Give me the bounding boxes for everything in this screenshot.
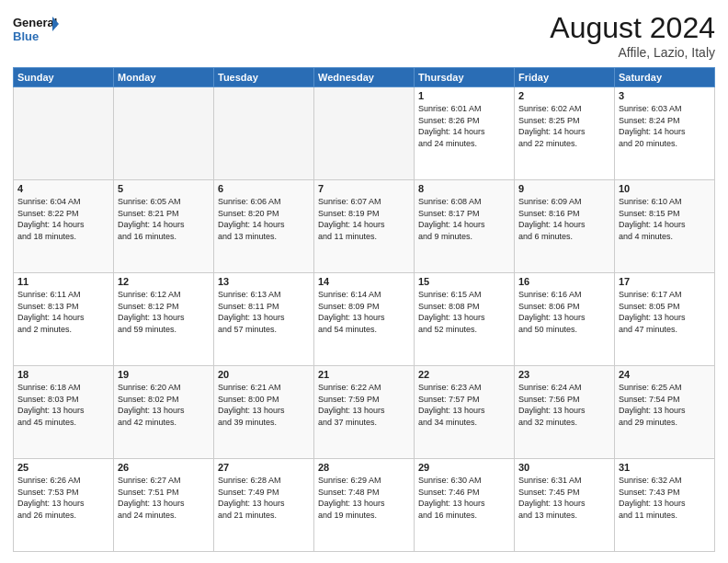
- calendar-week-4: 18Sunrise: 6:18 AM Sunset: 8:03 PM Dayli…: [14, 366, 715, 459]
- day-number: 14: [318, 276, 410, 287]
- day-number: 2: [518, 90, 610, 101]
- calendar-cell: 29Sunrise: 6:30 AM Sunset: 7:46 PM Dayli…: [415, 459, 515, 552]
- day-detail: Sunrise: 6:05 AM Sunset: 8:21 PM Dayligh…: [118, 196, 210, 242]
- day-number: 29: [418, 462, 510, 473]
- calendar-cell: 15Sunrise: 6:15 AM Sunset: 8:08 PM Dayli…: [415, 273, 515, 366]
- calendar-cell: 24Sunrise: 6:25 AM Sunset: 7:54 PM Dayli…: [615, 366, 715, 459]
- day-number: 4: [17, 183, 109, 194]
- weekday-header-saturday: Saturday: [615, 68, 715, 87]
- subtitle: Affile, Lazio, Italy: [550, 45, 715, 60]
- day-number: 3: [619, 90, 711, 101]
- day-number: 21: [318, 369, 410, 380]
- calendar-cell: 23Sunrise: 6:24 AM Sunset: 7:56 PM Dayli…: [515, 366, 615, 459]
- day-number: 1: [418, 90, 510, 101]
- weekday-header-wednesday: Wednesday: [314, 68, 415, 87]
- day-number: 17: [619, 276, 711, 287]
- header: General Blue August 2024 Affile, Lazio, …: [13, 11, 715, 60]
- calendar-cell: 11Sunrise: 6:11 AM Sunset: 8:13 PM Dayli…: [14, 273, 114, 366]
- day-number: 12: [118, 276, 210, 287]
- calendar-cell: 22Sunrise: 6:23 AM Sunset: 7:57 PM Dayli…: [415, 366, 515, 459]
- calendar-cell: [214, 87, 314, 180]
- day-detail: Sunrise: 6:30 AM Sunset: 7:46 PM Dayligh…: [418, 475, 510, 521]
- day-number: 7: [318, 183, 410, 194]
- svg-text:General: General: [13, 16, 57, 29]
- calendar-cell: 7Sunrise: 6:07 AM Sunset: 8:19 PM Daylig…: [314, 180, 415, 273]
- day-number: 10: [619, 183, 711, 194]
- weekday-header-friday: Friday: [515, 68, 615, 87]
- day-detail: Sunrise: 6:14 AM Sunset: 8:09 PM Dayligh…: [318, 289, 410, 335]
- main-title: August 2024: [550, 11, 715, 45]
- weekday-header-tuesday: Tuesday: [214, 68, 314, 87]
- calendar-cell: 2Sunrise: 6:02 AM Sunset: 8:25 PM Daylig…: [515, 87, 615, 180]
- day-number: 24: [619, 369, 711, 380]
- day-number: 27: [218, 462, 310, 473]
- calendar-cell: 17Sunrise: 6:17 AM Sunset: 8:05 PM Dayli…: [615, 273, 715, 366]
- day-detail: Sunrise: 6:13 AM Sunset: 8:11 PM Dayligh…: [218, 289, 310, 335]
- calendar-cell: [14, 87, 114, 180]
- day-detail: Sunrise: 6:16 AM Sunset: 8:06 PM Dayligh…: [518, 289, 610, 335]
- day-detail: Sunrise: 6:08 AM Sunset: 8:17 PM Dayligh…: [418, 196, 510, 242]
- day-detail: Sunrise: 6:25 AM Sunset: 7:54 PM Dayligh…: [619, 382, 711, 428]
- calendar-header-row: SundayMondayTuesdayWednesdayThursdayFrid…: [14, 68, 715, 87]
- day-number: 23: [518, 369, 610, 380]
- calendar-cell: 21Sunrise: 6:22 AM Sunset: 7:59 PM Dayli…: [314, 366, 415, 459]
- calendar-cell: 12Sunrise: 6:12 AM Sunset: 8:12 PM Dayli…: [114, 273, 214, 366]
- day-detail: Sunrise: 6:20 AM Sunset: 8:02 PM Dayligh…: [118, 382, 210, 428]
- calendar-cell: 30Sunrise: 6:31 AM Sunset: 7:45 PM Dayli…: [515, 459, 615, 552]
- day-number: 28: [318, 462, 410, 473]
- day-detail: Sunrise: 6:18 AM Sunset: 8:03 PM Dayligh…: [17, 382, 109, 428]
- calendar-cell: 6Sunrise: 6:06 AM Sunset: 8:20 PM Daylig…: [214, 180, 314, 273]
- calendar-cell: 28Sunrise: 6:29 AM Sunset: 7:48 PM Dayli…: [314, 459, 415, 552]
- day-detail: Sunrise: 6:06 AM Sunset: 8:20 PM Dayligh…: [218, 196, 310, 242]
- day-detail: Sunrise: 6:11 AM Sunset: 8:13 PM Dayligh…: [17, 289, 109, 335]
- title-block: August 2024 Affile, Lazio, Italy: [550, 11, 715, 60]
- day-detail: Sunrise: 6:04 AM Sunset: 8:22 PM Dayligh…: [17, 196, 109, 242]
- day-detail: Sunrise: 6:27 AM Sunset: 7:51 PM Dayligh…: [118, 475, 210, 521]
- calendar-cell: 25Sunrise: 6:26 AM Sunset: 7:53 PM Dayli…: [14, 459, 114, 552]
- day-detail: Sunrise: 6:02 AM Sunset: 8:25 PM Dayligh…: [518, 103, 610, 149]
- day-detail: Sunrise: 6:10 AM Sunset: 8:15 PM Dayligh…: [619, 196, 711, 242]
- calendar-cell: [114, 87, 214, 180]
- day-number: 15: [418, 276, 510, 287]
- calendar-cell: 13Sunrise: 6:13 AM Sunset: 8:11 PM Dayli…: [214, 273, 314, 366]
- calendar-week-2: 4Sunrise: 6:04 AM Sunset: 8:22 PM Daylig…: [14, 180, 715, 273]
- calendar-week-3: 11Sunrise: 6:11 AM Sunset: 8:13 PM Dayli…: [14, 273, 715, 366]
- calendar-cell: 4Sunrise: 6:04 AM Sunset: 8:22 PM Daylig…: [14, 180, 114, 273]
- calendar-cell: 9Sunrise: 6:09 AM Sunset: 8:16 PM Daylig…: [515, 180, 615, 273]
- day-number: 9: [518, 183, 610, 194]
- calendar-table: SundayMondayTuesdayWednesdayThursdayFrid…: [13, 67, 715, 552]
- calendar-cell: 3Sunrise: 6:03 AM Sunset: 8:24 PM Daylig…: [615, 87, 715, 180]
- day-detail: Sunrise: 6:24 AM Sunset: 7:56 PM Dayligh…: [518, 382, 610, 428]
- page: General Blue August 2024 Affile, Lazio, …: [0, 0, 728, 563]
- day-detail: Sunrise: 6:26 AM Sunset: 7:53 PM Dayligh…: [17, 475, 109, 521]
- day-number: 19: [118, 369, 210, 380]
- day-detail: Sunrise: 6:17 AM Sunset: 8:05 PM Dayligh…: [619, 289, 711, 335]
- calendar-cell: [314, 87, 415, 180]
- day-detail: Sunrise: 6:03 AM Sunset: 8:24 PM Dayligh…: [619, 103, 711, 149]
- day-detail: Sunrise: 6:07 AM Sunset: 8:19 PM Dayligh…: [318, 196, 410, 242]
- weekday-header-thursday: Thursday: [415, 68, 515, 87]
- calendar-cell: 10Sunrise: 6:10 AM Sunset: 8:15 PM Dayli…: [615, 180, 715, 273]
- logo: General Blue: [13, 11, 59, 46]
- day-detail: Sunrise: 6:22 AM Sunset: 7:59 PM Dayligh…: [318, 382, 410, 428]
- calendar-cell: 26Sunrise: 6:27 AM Sunset: 7:51 PM Dayli…: [114, 459, 214, 552]
- day-detail: Sunrise: 6:23 AM Sunset: 7:57 PM Dayligh…: [418, 382, 510, 428]
- svg-text:Blue: Blue: [13, 29, 39, 43]
- day-detail: Sunrise: 6:28 AM Sunset: 7:49 PM Dayligh…: [218, 475, 310, 521]
- day-detail: Sunrise: 6:12 AM Sunset: 8:12 PM Dayligh…: [118, 289, 210, 335]
- calendar-cell: 19Sunrise: 6:20 AM Sunset: 8:02 PM Dayli…: [114, 366, 214, 459]
- day-number: 6: [218, 183, 310, 194]
- calendar-cell: 20Sunrise: 6:21 AM Sunset: 8:00 PM Dayli…: [214, 366, 314, 459]
- calendar-week-5: 25Sunrise: 6:26 AM Sunset: 7:53 PM Dayli…: [14, 459, 715, 552]
- day-number: 20: [218, 369, 310, 380]
- calendar-week-1: 1Sunrise: 6:01 AM Sunset: 8:26 PM Daylig…: [14, 87, 715, 180]
- calendar-cell: 8Sunrise: 6:08 AM Sunset: 8:17 PM Daylig…: [415, 180, 515, 273]
- day-number: 18: [17, 369, 109, 380]
- calendar-cell: 1Sunrise: 6:01 AM Sunset: 8:26 PM Daylig…: [415, 87, 515, 180]
- logo-svg: General Blue: [13, 11, 59, 46]
- day-number: 31: [619, 462, 711, 473]
- day-number: 11: [17, 276, 109, 287]
- calendar-cell: 18Sunrise: 6:18 AM Sunset: 8:03 PM Dayli…: [14, 366, 114, 459]
- day-detail: Sunrise: 6:09 AM Sunset: 8:16 PM Dayligh…: [518, 196, 610, 242]
- calendar-cell: 31Sunrise: 6:32 AM Sunset: 7:43 PM Dayli…: [615, 459, 715, 552]
